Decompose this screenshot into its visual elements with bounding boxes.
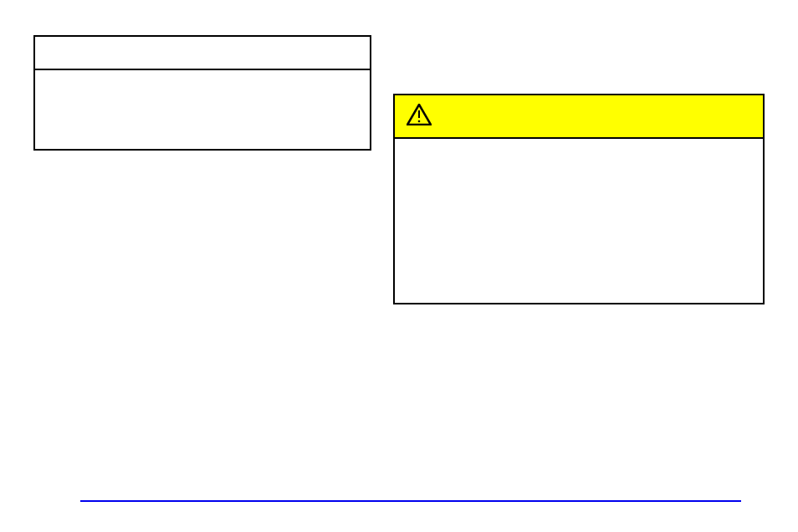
right-caution-body xyxy=(395,139,763,303)
footer-rule xyxy=(80,500,741,502)
left-notice-box xyxy=(33,35,371,151)
left-notice-body xyxy=(35,70,370,149)
right-caution-box xyxy=(393,94,765,304)
left-notice-header xyxy=(35,37,370,70)
svg-point-2 xyxy=(418,120,421,123)
right-caution-header xyxy=(395,95,763,139)
warning-triangle-icon xyxy=(407,104,432,129)
